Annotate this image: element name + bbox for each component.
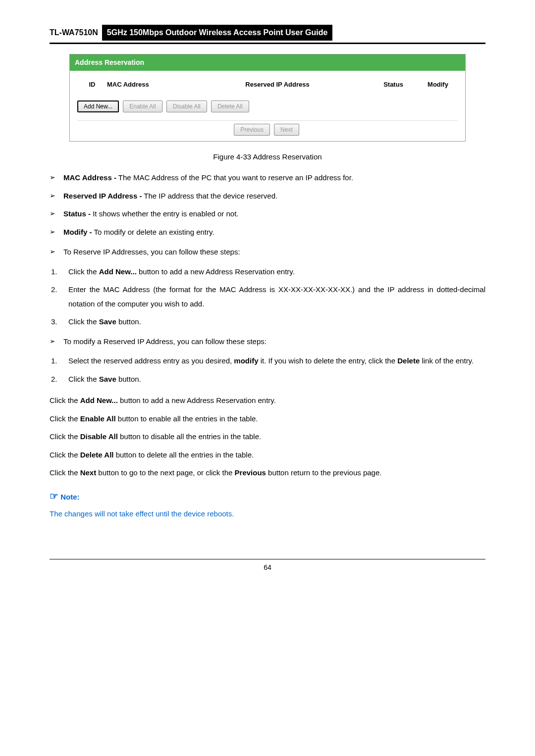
action-paragraphs: Click the Add New... button to add a new…: [50, 395, 485, 479]
term: Modify -: [63, 228, 92, 236]
definition: It shows whether the entry is enabled or…: [91, 209, 239, 218]
col-mac: MAC Address: [107, 80, 186, 90]
definition: The MAC Address of the PC that you want …: [116, 173, 353, 182]
previous-button[interactable]: Previous: [234, 124, 270, 136]
action-para: Click the Next button to go to the next …: [50, 467, 485, 479]
bullet-item: ➢ MAC Address - The MAC Address of the P…: [50, 172, 485, 184]
bullet-text: Reserved IP Address - The IP address tha…: [63, 191, 485, 202]
bullet-item: ➢ Modify - To modify or delete an existi…: [50, 227, 485, 238]
reserve-intro: To Reserve IP Addresses, you can follow …: [63, 247, 485, 258]
term: Reserved IP Address -: [63, 192, 142, 200]
bullet-text: MAC Address - The MAC Address of the PC …: [63, 172, 485, 184]
action-para: Click the Disable All button to disable …: [50, 431, 485, 443]
step-number: 1.: [50, 354, 68, 368]
bullet-item: ➢ Status - It shows whether the entry is…: [50, 208, 485, 220]
modify-steps: 1. Select the reserved address entry as …: [50, 354, 485, 386]
note-label: Note:: [60, 493, 79, 501]
enable-all-button[interactable]: Enable All: [123, 101, 162, 112]
bullet-marker: ➢: [50, 191, 63, 202]
bullet-text: Modify - To modify or delete an existing…: [63, 227, 485, 238]
hand-icon: ☞: [50, 491, 58, 502]
page-number: 64: [264, 563, 271, 571]
term: Status -: [63, 209, 91, 218]
definition: The IP address that the device reserved.: [142, 192, 277, 200]
reserve-intro-row: ➢ To Reserve IP Addresses, you can follo…: [50, 247, 485, 258]
page-footer: 64: [50, 559, 485, 573]
bullet-marker: ➢: [50, 227, 63, 238]
model-badge: TL-WA7510N: [50, 25, 98, 41]
disable-all-button[interactable]: Disable All: [166, 101, 207, 112]
step-text: Enter the MAC Address (the format for th…: [68, 283, 485, 311]
action-para: Click the Delete All button to delete al…: [50, 450, 485, 461]
action-para: Click the Add New... button to add a new…: [50, 395, 485, 406]
definitions-list: ➢ MAC Address - The MAC Address of the P…: [50, 172, 485, 238]
col-id: ID: [77, 80, 107, 90]
bullet-marker: ➢: [50, 208, 63, 220]
step-number: 3.: [50, 315, 68, 329]
note-text: The changes will not take effect until t…: [50, 508, 485, 520]
table-action-buttons: Add New... Enable All Disable All Delete…: [77, 98, 458, 120]
table-header-row: ID MAC Address Reserved IP Address Statu…: [77, 76, 458, 98]
step-item: 1. Select the reserved address entry as …: [50, 354, 485, 368]
action-para: Click the Enable All button to enable al…: [50, 413, 485, 425]
bullet-item: ➢ Reserved IP Address - The IP address t…: [50, 191, 485, 202]
step-text: Click the Add New... button to add a new…: [68, 265, 485, 279]
modify-intro: To modify a Reserved IP Address, you can…: [63, 336, 485, 348]
screenshot-title: Address Reservation: [70, 54, 465, 71]
col-ip: Reserved IP Address: [186, 80, 369, 90]
next-button[interactable]: Next: [274, 124, 299, 136]
step-number: 2.: [50, 283, 68, 311]
term: MAC Address -: [63, 173, 116, 182]
step-text: Select the reserved address entry as you…: [68, 354, 485, 368]
step-number: 2.: [50, 372, 68, 387]
delete-all-button[interactable]: Delete All: [211, 101, 249, 112]
bullet-text: Status - It shows whether the entry is e…: [63, 208, 485, 220]
title-badge: 5GHz 150Mbps Outdoor Wireless Access Poi…: [102, 25, 333, 41]
pager-row: Previous Next: [77, 120, 458, 139]
screenshot-body: ID MAC Address Reserved IP Address Statu…: [70, 71, 465, 141]
step-item: 1. Click the Add New... button to add a …: [50, 265, 485, 279]
modify-intro-row: ➢ To modify a Reserved IP Address, you c…: [50, 336, 485, 348]
col-status: Status: [369, 80, 418, 90]
bullet-marker: ➢: [50, 172, 63, 184]
address-reservation-screenshot: Address Reservation ID MAC Address Reser…: [69, 54, 466, 142]
note-block: ☞ Note: The changes will not take effect…: [50, 489, 485, 520]
reserve-steps: 1. Click the Add New... button to add a …: [50, 265, 485, 329]
step-item: 2. Click the Save button.: [50, 372, 485, 387]
add-new-button[interactable]: Add New...: [77, 101, 119, 112]
definition: To modify or delete an existing entry.: [92, 228, 214, 236]
step-text: Click the Save button.: [68, 315, 485, 329]
document-header: TL-WA7510N 5GHz 150Mbps Outdoor Wireless…: [50, 25, 485, 41]
step-item: 2. Enter the MAC Address (the format for…: [50, 283, 485, 311]
step-number: 1.: [50, 265, 68, 279]
col-modify: Modify: [418, 80, 458, 90]
figure-caption: Figure 4-33 Address Reservation: [50, 151, 485, 163]
header-divider: [50, 43, 485, 44]
step-item: 3. Click the Save button.: [50, 315, 485, 329]
step-text: Click the Save button.: [68, 372, 485, 387]
bullet-marker: ➢: [50, 336, 63, 348]
bullet-marker: ➢: [50, 247, 63, 258]
